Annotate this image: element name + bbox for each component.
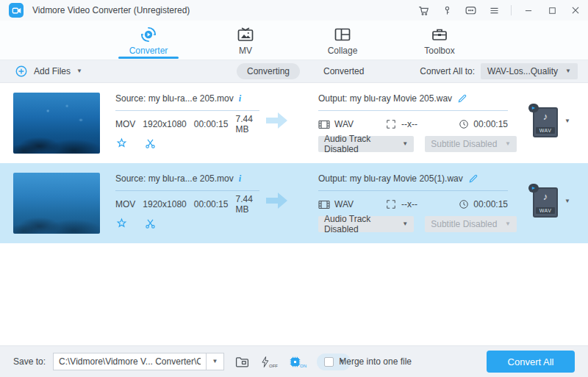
save-to-label: Save to: <box>13 356 46 367</box>
bottom-bar: Save to: ▼ OFF ON ▼ Merge into one file … <box>0 345 588 377</box>
register-key-icon[interactable] <box>440 4 453 17</box>
cut-scissors-icon[interactable] <box>144 137 157 150</box>
add-files-label: Add Files <box>34 66 71 76</box>
tab-converted[interactable]: Converted <box>323 66 364 76</box>
titlebar-separator <box>511 5 512 15</box>
feedback-icon[interactable] <box>464 4 477 17</box>
main-nav: Converter MV Collage Toolbox <box>0 21 588 60</box>
convert-all-to-select[interactable]: WAV-Los...Quality ▼ <box>481 63 578 79</box>
tab-converting[interactable]: Converting <box>237 63 300 79</box>
audio-track-value: Audio Track Disabled <box>324 134 395 154</box>
source-resolution: 1920x1080 <box>143 119 186 129</box>
source-info-icon[interactable]: i <box>239 173 241 184</box>
audio-track-caret-icon: ▼ <box>402 221 408 227</box>
open-folder-button[interactable] <box>235 356 249 368</box>
merge-label: Merge into one file <box>339 356 412 367</box>
collage-icon <box>334 26 351 43</box>
toolbox-icon <box>431 26 448 43</box>
add-files-button[interactable]: Add Files ▼ <box>15 65 82 78</box>
source-duration: 00:00:15 <box>194 199 229 209</box>
subtitle-dropdown[interactable]: Subtitle Disabled ▼ <box>425 136 517 152</box>
video-thumbnail[interactable] <box>13 173 100 234</box>
file-row-1[interactable]: Source: my blu-ra...e 205.mov i MOV 1920… <box>0 83 588 163</box>
output-file-type-icon[interactable]: ▸ ♪ WAV <box>533 185 558 218</box>
convert-all-button[interactable]: Convert All <box>487 351 575 373</box>
high-speed-toggle-icon[interactable]: OFF <box>260 356 278 368</box>
output-resolution: --x-- <box>401 119 417 129</box>
file-type-label: WAV <box>536 127 555 134</box>
resolution-icon <box>386 199 396 209</box>
file-row-2[interactable]: Source: my blu-ra...e 205.mov i MOV 1920… <box>0 163 588 243</box>
source-info-icon[interactable]: i <box>239 93 241 104</box>
subtitle-dropdown[interactable]: Subtitle Disabled ▼ <box>425 216 517 232</box>
gpu-state-label: ON <box>300 364 306 368</box>
rename-pencil-icon[interactable] <box>468 173 478 184</box>
mv-icon <box>237 26 254 43</box>
file-type-caret-icon[interactable]: ▼ <box>564 118 570 124</box>
format-film-icon <box>318 120 330 129</box>
app-logo-icon <box>9 3 24 18</box>
source-duration: 00:00:15 <box>194 119 229 129</box>
tab-collage-label: Collage <box>328 46 358 56</box>
converter-icon <box>140 26 157 43</box>
file-type-caret-icon[interactable]: ▼ <box>564 198 570 204</box>
tab-toolbox[interactable]: Toolbox <box>408 21 471 60</box>
merge-checkbox[interactable] <box>324 357 334 367</box>
subtitle-caret-icon: ▼ <box>505 221 511 227</box>
tab-converter-label: Converter <box>129 46 168 56</box>
tab-converter[interactable]: Converter <box>117 21 180 60</box>
source-size: 7.44 MB <box>235 194 259 215</box>
plus-circle-icon <box>15 65 28 78</box>
output-format: WAV <box>334 199 354 209</box>
output-format: WAV <box>334 119 354 129</box>
output-duration: 00:00:15 <box>473 199 508 209</box>
add-files-caret-icon[interactable]: ▼ <box>76 68 82 74</box>
title-bar: Vidmore Video Converter (Unregistered) <box>0 0 588 21</box>
audio-track-dropdown[interactable]: Audio Track Disabled ▼ <box>318 136 414 152</box>
maximize-button[interactable] <box>545 4 559 17</box>
source-filename: Source: my blu-ra...e 205.mov <box>115 173 234 184</box>
file-type-label: WAV <box>536 207 555 214</box>
save-path-dropdown-button[interactable]: ▼ <box>206 353 224 370</box>
minimize-button[interactable] <box>522 4 535 17</box>
tab-mv[interactable]: MV <box>214 21 277 60</box>
convert-all-to-value: WAV-Los...Quality <box>487 66 558 76</box>
tab-collage[interactable]: Collage <box>311 21 374 60</box>
cart-icon[interactable] <box>417 4 430 17</box>
edit-effects-icon[interactable] <box>115 218 128 230</box>
output-duration: 00:00:15 <box>473 119 508 129</box>
cut-scissors-icon[interactable] <box>144 218 157 230</box>
source-format: MOV <box>115 199 135 209</box>
menu-icon[interactable] <box>487 4 501 17</box>
close-button[interactable] <box>569 4 582 17</box>
convert-all-to-label: Convert All to: <box>420 66 475 76</box>
output-file-type-icon[interactable]: ▸ ♪ WAV <box>533 105 558 137</box>
edit-effects-icon[interactable] <box>115 137 128 150</box>
resolution-icon <box>386 119 396 129</box>
high-speed-state-label: OFF <box>269 364 278 368</box>
merge-option[interactable]: Merge into one file <box>324 356 412 367</box>
window-title: Vidmore Video Converter (Unregistered) <box>32 5 417 15</box>
gpu-acceleration-toggle-icon[interactable]: ON <box>289 356 306 368</box>
music-note-icon: ♪ <box>533 111 558 122</box>
output-divider <box>318 110 508 111</box>
output-resolution: --x-- <box>401 199 417 209</box>
subtitle-caret-icon: ▼ <box>505 141 511 147</box>
source-format: MOV <box>115 119 135 129</box>
audio-track-caret-icon: ▼ <box>402 141 408 147</box>
source-resolution: 1920x1080 <box>143 199 186 209</box>
output-divider <box>318 190 508 191</box>
save-path-input[interactable] <box>53 353 206 370</box>
duration-clock-icon <box>459 199 469 209</box>
video-thumbnail[interactable] <box>13 93 100 154</box>
output-filename: Output: my blu-ray Movie 205(1).wav <box>318 173 463 184</box>
subtitle-value: Subtitle Disabled <box>431 139 497 149</box>
source-filename: Source: my blu-ra...e 205.mov <box>115 93 234 104</box>
source-divider <box>115 190 259 191</box>
music-note-icon: ♪ <box>533 191 558 202</box>
source-size: 7.44 MB <box>235 114 259 134</box>
audio-track-value: Audio Track Disabled <box>324 214 395 234</box>
rename-pencil-icon[interactable] <box>457 93 467 104</box>
output-filename: Output: my blu-ray Movie 205.wav <box>318 93 452 104</box>
audio-track-dropdown[interactable]: Audio Track Disabled ▼ <box>318 216 414 232</box>
